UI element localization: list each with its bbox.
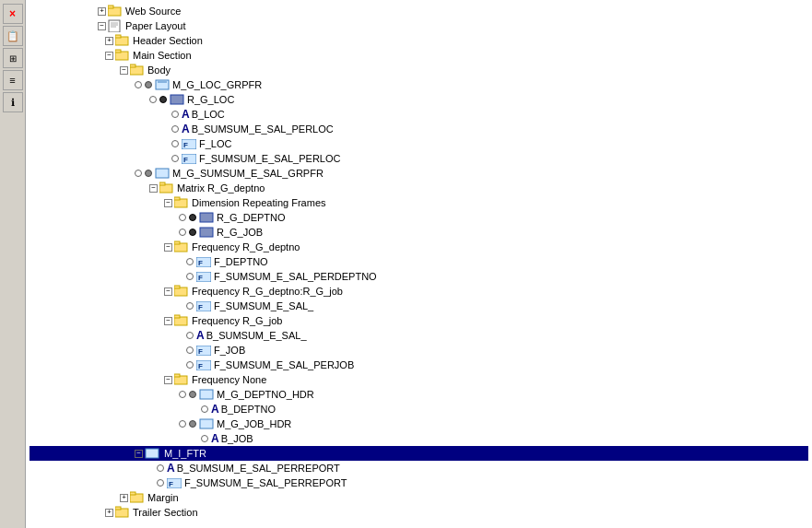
tree-item-b-job[interactable]: A B_JOB bbox=[29, 431, 808, 446]
tree-panel: + Web Source − Paper Layout + bbox=[26, 0, 812, 528]
tree-item-f-sumsum-e-sal-perjob[interactable]: F F_SUMSUM_E_SAL_PERJOB bbox=[29, 358, 808, 372]
f-sumsum-e-sal-perdeptno-label: F_SUMSUM_E_SAL_PERDEPTNO bbox=[214, 271, 377, 282]
m-g-deptno-hdr-frame-icon bbox=[199, 388, 214, 401]
tree-item-paper-layout[interactable]: − Paper Layout bbox=[29, 18, 808, 33]
svg-rect-14 bbox=[171, 95, 183, 104]
svg-rect-23 bbox=[174, 197, 180, 200]
f-sumsum-e-sal-field-icon: F bbox=[196, 301, 211, 311]
svg-rect-24 bbox=[200, 213, 213, 222]
list-icon: ≡ bbox=[9, 75, 15, 86]
frame-dot-icon6 bbox=[189, 420, 196, 428]
expander-body[interactable]: − bbox=[120, 66, 128, 75]
f-loc-field-icon: F bbox=[182, 139, 196, 149]
tree-item-freq-none[interactable]: − Frequency None bbox=[29, 372, 808, 387]
tree-item-m-i-ftr[interactable]: − M_I_FTR bbox=[29, 446, 808, 461]
tree-item-dim-repeating[interactable]: − Dimension Repeating Frames bbox=[29, 195, 808, 210]
list-button[interactable]: ≡ bbox=[3, 70, 23, 90]
dim-repeating-label: Dimension Repeating Frames bbox=[192, 197, 326, 208]
tree-item-f-sumsum-e-sal-perloc[interactable]: F F_SUMSUM_E_SAL_PERLOC bbox=[29, 151, 808, 166]
expander-header-section[interactable]: + bbox=[105, 37, 113, 45]
expander-freq-r-g-job[interactable]: − bbox=[164, 317, 172, 325]
tree-item-main-section[interactable]: − Main Section bbox=[29, 48, 808, 63]
m-g-job-hdr-frame-icon bbox=[199, 417, 214, 430]
expander-trailer-section[interactable]: + bbox=[105, 509, 113, 517]
tree-item-m-g-deptno-hdr[interactable]: M_G_DEPTNO_HDR bbox=[29, 387, 808, 402]
expander-web-source[interactable]: + bbox=[98, 7, 106, 16]
tree-item-f-sumsum-e-sal-perreport[interactable]: F F_SUMSUM_E_SAL_PERREPORT bbox=[29, 475, 808, 490]
b-sumsum-e-sal-perloc-label: B_SUMSUM_E_SAL_PERLOC bbox=[192, 123, 334, 135]
leaf-indicator bbox=[135, 81, 142, 88]
text-a-icon2: A bbox=[196, 329, 205, 342]
doc-icon: 📋 bbox=[6, 30, 19, 42]
m-g-job-hdr-label: M_G_JOB_HDR bbox=[217, 418, 291, 429]
header-section-label: Header Section bbox=[133, 35, 203, 46]
tree-item-f-job[interactable]: F F_JOB bbox=[29, 343, 808, 358]
svg-rect-11 bbox=[130, 65, 135, 67]
svg-rect-45 bbox=[200, 419, 213, 428]
b-sumsum-e-sal-label: B_SUMSUM_E_SAL_ bbox=[206, 330, 307, 341]
header-section-icon bbox=[115, 34, 130, 47]
frame-dot-icon5 bbox=[189, 391, 196, 398]
body-label: Body bbox=[147, 65, 171, 76]
tree-item-b-sumsum-e-sal-perreport[interactable]: A B_SUMSUM_E_SAL_PERREPORT bbox=[29, 461, 808, 475]
expander-margin[interactable]: + bbox=[120, 494, 128, 502]
web-source-label: Web Source bbox=[125, 6, 181, 17]
m-i-ftr-label: M_I_FTR bbox=[162, 448, 208, 459]
info-button[interactable]: ℹ bbox=[3, 92, 23, 112]
expander-matrix[interactable]: − bbox=[149, 184, 158, 193]
expander-freq-r-g-deptno-r-g-job[interactable]: − bbox=[164, 287, 172, 296]
leaf-indicator bbox=[201, 405, 208, 413]
f-sumsum-e-sal-label: F_SUMSUM_E_SAL_ bbox=[214, 300, 313, 311]
expander-m-i-ftr[interactable]: − bbox=[135, 450, 143, 458]
tree-item-m-g-loc-grpfr[interactable]: M_G_LOC_GRPFR bbox=[29, 77, 808, 92]
tree-item-margin[interactable]: + Margin bbox=[29, 490, 808, 505]
svg-text:F: F bbox=[169, 480, 173, 488]
tree-item-freq-r-g-job[interactable]: − Frequency R_G_job bbox=[29, 313, 808, 328]
tree-item-b-loc[interactable]: A B_LOC bbox=[29, 107, 808, 122]
f-sumsum-e-sal-perloc-label: F_SUMSUM_E_SAL_PERLOC bbox=[199, 153, 340, 164]
tree-item-r-g-job[interactable]: R_G_JOB bbox=[29, 225, 808, 240]
tree-item-b-sumsum-e-sal[interactable]: A B_SUMSUM_E_SAL_ bbox=[29, 328, 808, 343]
close-button[interactable]: × bbox=[3, 4, 23, 24]
expander-dim-repeating[interactable]: − bbox=[164, 199, 172, 207]
tree-item-freq-r-g-deptno[interactable]: − Frequency R_G_deptno bbox=[29, 240, 808, 254]
tree-item-r-g-loc[interactable]: R_G_LOC bbox=[29, 92, 808, 107]
svg-rect-7 bbox=[115, 35, 121, 38]
grid-button[interactable]: ⊞ bbox=[3, 48, 23, 68]
f-deptno-field-icon: F bbox=[196, 257, 211, 267]
expander-main-section[interactable]: − bbox=[105, 52, 113, 60]
text-a-icon3: A bbox=[211, 403, 219, 416]
f-perreport-field-icon: F bbox=[167, 478, 182, 488]
frame-dot-icon bbox=[159, 96, 167, 103]
tree-item-f-deptno[interactable]: F F_DEPTNO bbox=[29, 254, 808, 269]
tree-item-m-g-job-hdr[interactable]: M_G_JOB_HDR bbox=[29, 417, 808, 431]
tree-item-web-source[interactable]: + Web Source bbox=[29, 4, 808, 18]
freq-none-folder-icon bbox=[174, 373, 189, 386]
tree-item-m-g-sumsum-e-sal-grpfr[interactable]: M_G_SUMSUM_E_SAL_GRPFR bbox=[29, 166, 808, 181]
leaf-indicator bbox=[186, 332, 194, 339]
text-a-icon4: A bbox=[211, 432, 219, 445]
doc-button[interactable]: 📋 bbox=[3, 26, 23, 46]
tree-item-freq-r-g-deptno-r-g-job[interactable]: − Frequency R_G_deptno:R_G_job bbox=[29, 284, 808, 299]
freq-folder-icon3 bbox=[174, 314, 189, 327]
leaf-indicator bbox=[171, 155, 179, 162]
r-g-loc-frame-icon bbox=[170, 93, 184, 106]
main-section-icon bbox=[115, 49, 130, 62]
tree-item-body[interactable]: − Body bbox=[29, 63, 808, 77]
tree-item-trailer-section[interactable]: + Trailer Section bbox=[29, 505, 808, 520]
svg-rect-27 bbox=[174, 241, 180, 244]
paper-layout-label: Paper Layout bbox=[125, 20, 185, 31]
expander-freq-r-g-deptno[interactable]: − bbox=[164, 243, 172, 252]
tree-item-b-deptno[interactable]: A B_DEPTNO bbox=[29, 402, 808, 417]
tree-item-f-sumsum-e-sal[interactable]: F F_SUMSUM_E_SAL_ bbox=[29, 299, 808, 313]
tree-item-b-sumsum-e-sal-perloc[interactable]: A B_SUMSUM_E_SAL_PERLOC bbox=[29, 122, 808, 136]
tree-item-matrix-r-g-deptno[interactable]: − Matrix R_G_deptno bbox=[29, 181, 808, 195]
expander-paper-layout[interactable]: − bbox=[98, 22, 106, 30]
tree-item-f-sumsum-e-sal-perdeptno[interactable]: F F_SUMSUM_E_SAL_PERDEPTNO bbox=[29, 269, 808, 284]
f-perjob-field-icon: F bbox=[196, 360, 211, 370]
f-sumsum-e-sal-perjob-label: F_SUMSUM_E_SAL_PERJOB bbox=[214, 359, 354, 370]
tree-item-header-section[interactable]: + Header Section bbox=[29, 33, 808, 48]
tree-item-r-g-deptno[interactable]: R_G_DEPTNO bbox=[29, 210, 808, 225]
expander-freq-none[interactable]: − bbox=[164, 376, 172, 384]
tree-item-f-loc[interactable]: F F_LOC bbox=[29, 136, 808, 151]
